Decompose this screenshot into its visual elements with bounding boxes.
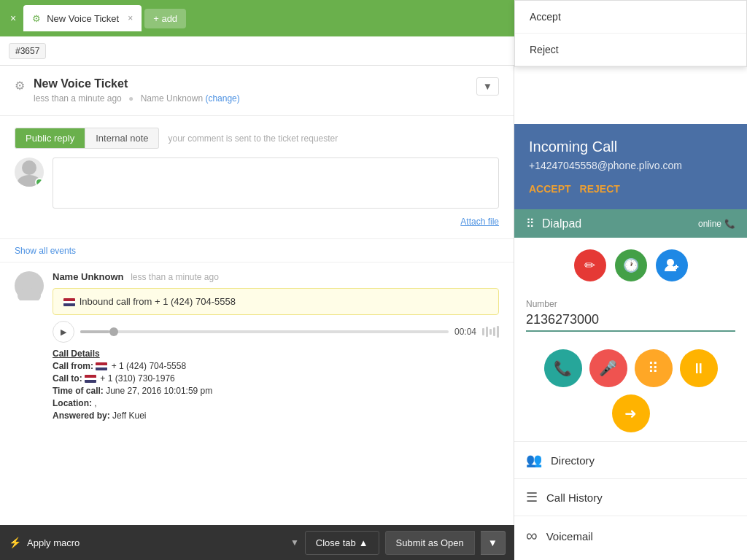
svg-point-4 xyxy=(22,274,36,289)
online-label: online xyxy=(698,219,721,229)
online-indicator xyxy=(35,178,44,187)
call-from-flag xyxy=(96,361,109,371)
audio-player: ▶ 00:04 xyxy=(53,321,499,343)
reply-footer: Attach file xyxy=(53,217,499,227)
add-button[interactable]: + add xyxy=(144,9,186,28)
ticket-title: New Voice Ticket xyxy=(34,77,468,90)
ticket-dropdown-button[interactable]: ▼ xyxy=(476,77,499,96)
answered-row: Answered by: Jeff Kuei xyxy=(53,411,499,421)
accept-menu-item[interactable]: Accept xyxy=(515,1,746,34)
ticket-time: less than a minute ago xyxy=(34,93,122,104)
event-item: Name Unknown less than a minute ago Inbo… xyxy=(0,262,514,429)
svg-point-2 xyxy=(22,160,36,175)
dialpad-title: Dialpad xyxy=(542,217,692,230)
reply-input-area: Attach file xyxy=(53,158,499,227)
audio-slider[interactable] xyxy=(80,330,449,333)
macro-label: Apply macro xyxy=(27,537,80,548)
answered-label: Answered by: xyxy=(53,411,110,421)
attach-file-link[interactable]: Attach file xyxy=(460,217,499,227)
call-from-value: + 1 (424) 704-5558 xyxy=(112,361,186,371)
dialpad-button[interactable]: ⠿ xyxy=(635,349,673,387)
left-panel: ⚙ New Voice Ticket less than a minute ag… xyxy=(0,66,514,560)
close-button[interactable]: × xyxy=(6,9,20,27)
agent-reply-row: Attach file xyxy=(15,158,499,227)
event-content: Name Unknown less than a minute ago Inbo… xyxy=(53,271,499,421)
close-tab-button[interactable]: Close tab ▲ xyxy=(305,531,379,555)
pause-button[interactable]: ⏸ xyxy=(680,349,718,387)
call-from-flag-icon xyxy=(96,362,107,370)
history-button[interactable]: 🕐 xyxy=(615,249,647,281)
call-to-label: Call to: xyxy=(53,373,82,384)
accept-reject-row: ACCEPT REJECT xyxy=(529,183,732,195)
edit-button[interactable]: ✏ xyxy=(574,249,606,281)
ticket-info: New Voice Ticket less than a minute ago … xyxy=(34,77,468,104)
location-value: , xyxy=(94,398,96,408)
internal-note-tab[interactable]: Internal note xyxy=(85,128,159,149)
bar-1 xyxy=(482,328,484,335)
inbound-text: Inbound call from + 1 (424) 704-5558 xyxy=(80,296,236,307)
incoming-call-panel: Incoming Call +14247045558@phone.plivo.c… xyxy=(514,124,747,209)
change-link[interactable]: (change) xyxy=(205,93,239,104)
transfer-button[interactable]: ➜ xyxy=(612,394,650,432)
call-controls: 📞 🎤 ⠿ ⏸ ➜ xyxy=(514,341,747,441)
answer-call-button[interactable]: 📞 xyxy=(544,349,582,387)
audio-progress xyxy=(80,330,109,333)
call-history-item[interactable]: ☰ Call History xyxy=(514,478,747,516)
bar-2 xyxy=(486,327,488,337)
voicemail-item[interactable]: ∞ Voicemail xyxy=(514,516,747,556)
online-badge: online 📞 xyxy=(698,219,735,229)
mute-button[interactable]: 🎤 xyxy=(589,349,627,387)
audio-dot xyxy=(109,327,118,336)
play-button[interactable]: ▶ xyxy=(53,321,74,343)
reject-button[interactable]: REJECT xyxy=(580,183,620,195)
incoming-call-title: Incoming Call xyxy=(529,139,732,155)
incoming-call-number: +14247045558@phone.plivo.com xyxy=(529,160,732,171)
show-all-events-link[interactable]: Show all events xyxy=(15,246,76,256)
add-contact-button[interactable] xyxy=(656,249,688,281)
call-to-value: + 1 (310) 730-1976 xyxy=(100,373,174,384)
bar-3 xyxy=(489,329,492,335)
directory-label: Directory xyxy=(551,454,595,467)
svg-point-5 xyxy=(18,289,41,300)
number-section: Number 2136273000 xyxy=(514,293,747,341)
phone-icon: 📞 xyxy=(724,219,735,229)
close-tab-chevron: ▲ xyxy=(359,537,368,548)
right-panel: Accept Reject Incoming Call +14247045558… xyxy=(514,66,747,560)
lightning-icon: ⚡ xyxy=(9,537,21,548)
call-history-icon: ☰ xyxy=(526,489,538,505)
ticket-name: Name Unknown xyxy=(141,93,203,104)
agent-avatar xyxy=(15,158,44,187)
tab-close-icon[interactable]: × xyxy=(128,13,133,23)
meta-dot: ● xyxy=(128,93,133,104)
active-tab[interactable]: ⚙ New Voice Ticket × xyxy=(23,5,142,31)
close-tab-label: Close tab xyxy=(316,537,356,548)
ticket-meta: less than a minute ago ● Name Unknown (c… xyxy=(34,93,468,104)
macro-dropdown-icon[interactable]: ▼ xyxy=(290,537,299,548)
call-to-flag-icon xyxy=(85,375,96,383)
accept-button[interactable]: ACCEPT xyxy=(529,183,571,195)
location-label: Location: xyxy=(53,398,92,408)
call-details-title[interactable]: Call Details xyxy=(53,349,499,359)
submit-button[interactable]: Submit as Open xyxy=(385,531,475,555)
event-header-row: Name Unknown less than a minute ago xyxy=(53,271,499,282)
audio-bars xyxy=(482,326,499,338)
number-label: Number xyxy=(526,299,735,309)
call-to-flag xyxy=(85,373,98,384)
tab-title: New Voice Ticket xyxy=(47,13,119,24)
reply-textarea[interactable] xyxy=(53,158,499,209)
inbound-call-box: Inbound call from + 1 (424) 704-5558 xyxy=(53,288,499,315)
flag-icon xyxy=(63,298,75,306)
context-menu: Accept Reject xyxy=(514,0,747,67)
public-reply-tab[interactable]: Public reply xyxy=(15,128,85,149)
ticket-gear-icon[interactable]: ⚙ xyxy=(15,79,25,93)
ticket-number-badge: #3657 xyxy=(9,43,46,59)
voicemail-icon: ∞ xyxy=(526,526,538,545)
location-row: Location: , xyxy=(53,398,499,408)
submit-dropdown-button[interactable]: ▼ xyxy=(481,531,506,555)
audio-time: 00:04 xyxy=(454,327,476,337)
reject-menu-item[interactable]: Reject xyxy=(515,34,746,66)
call-history-label: Call History xyxy=(546,491,603,504)
dialpad-panel: ⠿ Dialpad online 📞 xyxy=(514,209,747,238)
directory-item[interactable]: 👥 Directory xyxy=(514,441,747,478)
dialpad-icon[interactable]: ⠿ xyxy=(526,217,536,230)
